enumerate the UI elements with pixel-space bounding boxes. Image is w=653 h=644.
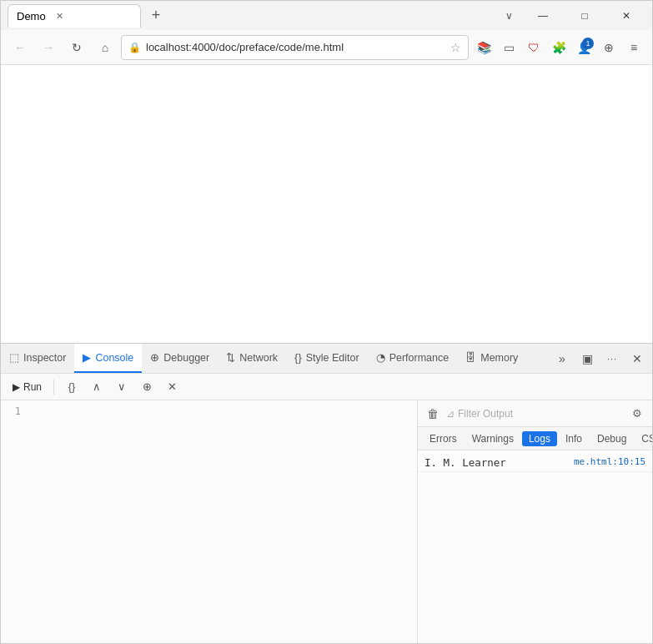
close-window-button[interactable]: ✕	[607, 3, 645, 28]
clear-output-button[interactable]: 🗑	[423, 404, 443, 424]
console-tab-label: Console	[95, 352, 133, 364]
memory-tab-label: Memory	[480, 352, 518, 364]
back-button[interactable]: ←	[8, 35, 33, 60]
performance-icon: ◔	[376, 351, 385, 364]
bookmark-star-icon[interactable]: ☆	[450, 41, 461, 54]
address-bar-container: 🔒 ☆	[121, 35, 469, 60]
new-tab-button[interactable]: +	[144, 4, 168, 28]
nav-bar: ← → ↻ ⌂ 🔒 ☆ 📚 ▭ 🛡 🧩 👤 1 ⊕ ≡	[1, 30, 652, 65]
extensions-icon[interactable]: ⊕	[597, 36, 620, 59]
devtools-tab-console[interactable]: ▶ Console	[74, 344, 142, 373]
close-devtools-button[interactable]: ✕	[625, 347, 649, 370]
clear-console-button[interactable]: ✕	[161, 376, 183, 398]
profile-badge: 1	[582, 38, 594, 49]
devtools-tab-memory[interactable]: 🗄 Memory	[457, 344, 526, 373]
output-tabs: Errors Warnings Logs Info Debug CSS	[418, 427, 652, 450]
filter-settings-button[interactable]: ⚙	[627, 404, 647, 424]
zoom-button[interactable]: ⊕	[136, 376, 158, 398]
output-tab-errors[interactable]: Errors	[423, 431, 464, 446]
output-tab-info[interactable]: Info	[559, 431, 589, 446]
viewport	[1, 65, 652, 343]
output-messages: I. M. Learner me.html:10:15	[418, 450, 652, 643]
output-tab-css[interactable]: CSS	[635, 431, 652, 446]
scroll-up-button[interactable]: ∧	[86, 376, 108, 398]
devtools-tab-network[interactable]: ⇅ Network	[218, 344, 286, 373]
profile-icon[interactable]: 👤 1	[572, 36, 595, 59]
browser-tab[interactable]: Demo ✕	[8, 4, 141, 28]
scroll-down-button[interactable]: ∨	[111, 376, 133, 398]
debugger-tab-label: Debugger	[163, 352, 209, 364]
filter-funnel-icon: ⊿	[446, 408, 455, 420]
browser-frame: Demo ✕ + ∨ — □ ✕ ← → ↻ ⌂ 🔒 ☆ 📚 ▭ 🛡 🧩 👤	[0, 0, 653, 644]
braces-button[interactable]: {}	[61, 376, 83, 398]
filter-input-container[interactable]: ⊿ Filter Output	[446, 408, 624, 420]
devtools-toolbar-right: » ▣ ··· ✕	[547, 344, 652, 373]
line-number-1: 1	[15, 405, 21, 417]
maximize-button[interactable]: □	[565, 3, 604, 28]
inspector-icon: ⬚	[9, 351, 19, 364]
more-tabs-button[interactable]: »	[550, 347, 574, 370]
minimize-button[interactable]: —	[524, 3, 562, 28]
console-input-area: 1	[1, 400, 418, 643]
devtools-options-button[interactable]: ···	[600, 347, 624, 370]
style-editor-icon: {}	[294, 351, 302, 364]
title-bar: Demo ✕ + ∨ — □ ✕	[1, 1, 652, 30]
output-tab-debug[interactable]: Debug	[590, 431, 633, 446]
devtools-tab-debugger[interactable]: ⊕ Debugger	[142, 344, 218, 373]
console-toolbar: ▶ Run {} ∧ ∨ ⊕ ✕	[1, 374, 652, 400]
window-controls: — □ ✕	[524, 3, 645, 28]
output-tab-warnings[interactable]: Warnings	[465, 431, 520, 446]
tab-chevron-icon[interactable]: ∨	[497, 4, 520, 28]
toolbar-divider	[53, 380, 54, 395]
menu-icon[interactable]: ≡	[622, 36, 645, 59]
output-tab-logs[interactable]: Logs	[522, 431, 557, 446]
address-input[interactable]	[146, 41, 445, 53]
tab-spacer	[526, 344, 547, 373]
network-icon: ⇅	[226, 351, 235, 364]
reader-mode-icon[interactable]: ▭	[497, 36, 520, 59]
shield-icon[interactable]: 🛡	[522, 36, 545, 59]
tab-close-button[interactable]: ✕	[53, 8, 68, 23]
filter-placeholder: Filter Output	[458, 408, 513, 420]
forward-button[interactable]: →	[36, 35, 61, 60]
console-content: 1 🗑 ⊿ Filter Output ⚙	[1, 400, 652, 643]
console-icon: ▶	[83, 351, 91, 364]
nav-icons: 📚 ▭ 🛡 🧩 👤 1 ⊕ ≡	[472, 36, 645, 59]
devtools-tab-performance[interactable]: ◔ Performance	[368, 344, 458, 373]
debugger-icon: ⊕	[150, 351, 159, 364]
refresh-button[interactable]: ↻	[64, 35, 89, 60]
network-tab-label: Network	[239, 352, 278, 364]
devtools-toolbar: ⬚ Inspector ▶ Console ⊕ Debugger ⇅ Netwo…	[1, 344, 652, 374]
run-triangle-icon: ▶	[13, 381, 20, 393]
devtools-body: ▶ Run {} ∧ ∨ ⊕ ✕ 1	[1, 374, 652, 643]
console-input[interactable]	[26, 404, 417, 640]
devtools-tab-inspector[interactable]: ⬚ Inspector	[1, 344, 74, 373]
run-label: Run	[23, 381, 42, 393]
output-message-link[interactable]: me.html:10:15	[574, 456, 645, 467]
extension-puzzle-icon[interactable]: 🧩	[547, 36, 570, 59]
devtools-tab-style-editor[interactable]: {} Style Editor	[286, 344, 368, 373]
output-panel: 🗑 ⊿ Filter Output ⚙ Errors Warnings Logs…	[418, 400, 652, 643]
memory-icon: 🗄	[465, 351, 476, 364]
performance-tab-label: Performance	[389, 352, 450, 364]
inspector-tab-label: Inspector	[23, 352, 66, 364]
output-message-row: I. M. Learner me.html:10:15	[418, 454, 652, 472]
devtools-panel: ⬚ Inspector ▶ Console ⊕ Debugger ⇅ Netwo…	[1, 343, 652, 643]
style-editor-tab-label: Style Editor	[306, 352, 359, 364]
tab-title: Demo	[17, 10, 46, 23]
bookmarks-icon[interactable]: 📚	[472, 36, 495, 59]
output-filter-bar: 🗑 ⊿ Filter Output ⚙	[418, 400, 652, 427]
security-lock-icon: 🔒	[128, 42, 141, 53]
dock-button[interactable]: ▣	[575, 347, 599, 370]
output-message-text: I. M. Learner	[424, 456, 574, 469]
line-numbers: 1	[1, 404, 26, 640]
run-button[interactable]: ▶ Run	[8, 380, 47, 395]
home-button[interactable]: ⌂	[93, 35, 118, 60]
